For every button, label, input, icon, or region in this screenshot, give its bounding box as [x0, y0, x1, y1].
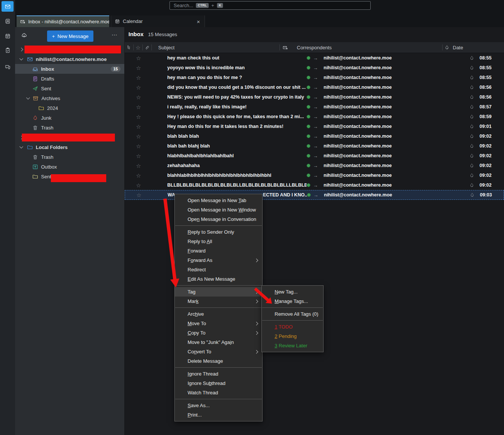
folder-inbox[interactable]: Inbox 15 [15, 64, 124, 74]
chevron-down-icon[interactable] [20, 57, 23, 61]
thread-column-icon[interactable] [125, 45, 133, 50]
star-icon[interactable]: ☆ [125, 85, 152, 90]
menu-item-move-to[interactable]: Move To [175, 319, 262, 328]
read-indicator[interactable] [307, 183, 310, 187]
address-book-icon[interactable] [2, 16, 14, 26]
message-row[interactable]: ☆ NEWS: you will need to pay 42% taxes f… [125, 92, 504, 102]
message-row[interactable]: ☆ yoyoyo wow this is incredible man → ni… [125, 63, 504, 73]
star-icon[interactable]: ☆ [125, 134, 152, 139]
menu-item-tag[interactable]: Tag [175, 287, 262, 297]
menu-item-reply-sender[interactable]: Reply to Sender Only [175, 227, 262, 237]
chat-space-icon[interactable] [2, 62, 14, 72]
junk-icon[interactable] [469, 163, 477, 168]
global-search-input[interactable]: Search... CTRL + K [170, 1, 371, 10]
read-indicator[interactable] [307, 85, 310, 89]
menu-item-remove-all-tags[interactable]: Remove All Tags (0) [262, 309, 323, 319]
read-indicator[interactable] [307, 95, 310, 99]
message-row[interactable]: ☆ hey man check this out → nihilist@cont… [125, 53, 504, 63]
folder-trash[interactable]: Trash [15, 123, 124, 132]
star-icon[interactable]: ☆ [125, 94, 152, 100]
read-indicator[interactable] [307, 125, 310, 128]
junk-icon[interactable] [469, 134, 477, 139]
star-icon[interactable]: ☆ [125, 173, 152, 178]
star-icon[interactable]: ☆ [125, 183, 152, 188]
menu-item-watch-thread[interactable]: Watch Thread [175, 388, 262, 397]
message-row[interactable]: ☆ did you know that you could get a 10% … [125, 82, 504, 92]
read-indicator[interactable] [307, 115, 310, 119]
menu-item-archive[interactable]: Archive [175, 309, 262, 319]
menu-item-edit-as-new[interactable]: Edit As New Message [175, 274, 262, 284]
read-indicator[interactable] [307, 76, 310, 79]
tab-close-icon[interactable]: × [197, 18, 200, 24]
junk-icon[interactable] [469, 114, 477, 119]
folder-pane-options-icon[interactable]: ⋯ [111, 32, 118, 38]
junk-icon[interactable] [469, 144, 477, 149]
folder-2024[interactable]: 2024 [15, 103, 124, 113]
subject-column-header[interactable]: Subject [152, 45, 279, 50]
menu-item-ignore-thread[interactable]: Ignore Thread [175, 369, 262, 379]
menu-item-tag-review-later[interactable]: 3 Review Later [262, 341, 323, 350]
local-trash[interactable]: Trash [15, 152, 124, 162]
junk-icon[interactable] [470, 193, 478, 198]
menu-item-tag-todo[interactable]: 1 TODO [262, 322, 323, 332]
junk-column-icon[interactable] [443, 45, 451, 50]
junk-icon[interactable] [469, 65, 477, 70]
junk-icon[interactable] [469, 85, 477, 90]
menu-item-reply-all[interactable]: Reply to All [175, 237, 262, 246]
tab-calendar[interactable]: Calendar × [111, 15, 205, 27]
message-row[interactable]: ☆ zehahahahaha → nihilist@contact.nowher… [125, 161, 504, 170]
tab-inbox[interactable]: Inbox - nihilist@contact.nowhere.moe [17, 15, 109, 27]
message-row[interactable]: ☆ blah blah blah → nihilist@contact.nowh… [125, 131, 504, 141]
star-icon[interactable]: ☆ [125, 104, 152, 110]
junk-icon[interactable] [469, 124, 477, 129]
folder-sent[interactable]: Sent [15, 84, 124, 93]
message-row[interactable]: ☆ Hey ! please do this quick one for me,… [125, 112, 504, 122]
message-row[interactable]: ☆ i really, really, really like this ima… [125, 102, 504, 112]
read-indicator[interactable] [307, 193, 311, 197]
star-icon[interactable]: ☆ [125, 124, 152, 129]
message-row[interactable]: ☆ Hey man do this for me it takes less t… [125, 122, 504, 131]
read-indicator[interactable] [307, 56, 310, 60]
read-indicator[interactable] [307, 144, 310, 148]
message-row[interactable]: ☆ hey man can you do this for me ? → nih… [125, 73, 504, 82]
junk-icon[interactable] [469, 183, 477, 188]
message-row[interactable]: ☆ blah bah blahj blah → nihilist@contact… [125, 141, 504, 151]
menu-item-forward[interactable]: Forward [175, 246, 262, 256]
new-message-button[interactable]: + New Message [47, 30, 93, 42]
menu-item-tag-pending[interactable]: 2 Pending [262, 332, 323, 341]
menu-item-mark[interactable]: Mark [175, 297, 262, 306]
junk-icon[interactable] [469, 173, 477, 178]
read-indicator[interactable] [307, 66, 310, 70]
menu-item-ignore-subthread[interactable]: Ignore Subthread [175, 379, 262, 388]
read-column-icon[interactable] [280, 45, 294, 50]
star-icon[interactable]: ☆ [125, 143, 152, 149]
message-row[interactable]: ☆ blahhlablhblhblhhlbhlbhlbhlbhlbhbhlblh… [125, 170, 504, 180]
menu-item-new-tag[interactable]: New Tag... [262, 287, 323, 297]
read-indicator[interactable] [307, 105, 310, 109]
star-icon[interactable]: ☆ [125, 153, 152, 159]
menu-item-copy-to[interactable]: Copy To [175, 328, 262, 338]
account-row[interactable]: nihilist@contact.nowhere.moe [15, 54, 124, 64]
star-icon[interactable]: ☆ [125, 75, 152, 81]
folder-archives[interactable]: Archives [15, 93, 124, 103]
chevron-down-icon[interactable] [26, 96, 30, 100]
tasks-space-icon[interactable] [2, 45, 14, 55]
junk-icon[interactable] [469, 95, 477, 100]
local-folders-row[interactable]: Local Folders [15, 142, 124, 152]
star-icon[interactable]: ☆ [125, 65, 152, 71]
menu-item-save-as[interactable]: Save As... [175, 401, 262, 410]
menu-item-open-in-new-window[interactable]: Open Message in New Window [175, 205, 262, 214]
local-outbox[interactable]: Outbox [15, 162, 124, 172]
star-icon[interactable]: ☆ [125, 55, 152, 61]
menu-item-convert-to[interactable]: Convert To [175, 347, 262, 356]
read-indicator[interactable] [307, 134, 310, 138]
star-icon[interactable]: ☆ [125, 192, 152, 198]
read-indicator[interactable] [307, 164, 310, 167]
menu-item-manage-tags[interactable]: Manage Tags... [262, 297, 323, 306]
menu-item-print[interactable]: Print... [175, 410, 262, 420]
menu-item-delete-message[interactable]: Delete Message [175, 356, 262, 366]
menu-item-forward-as[interactable]: Forward As [175, 256, 262, 265]
attachment-column-icon[interactable] [143, 45, 151, 50]
menu-item-open-in-conversation[interactable]: Open Message in Conversation [175, 214, 262, 224]
message-row[interactable]: ☆ hlabhlbahlbahlbhlahlbahlbahl → nihilis… [125, 151, 504, 161]
